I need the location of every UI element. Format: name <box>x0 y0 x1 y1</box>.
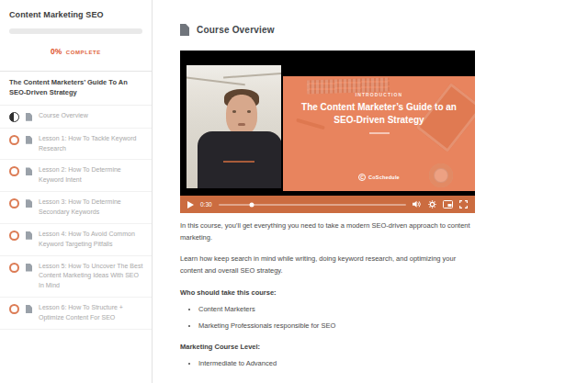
course-section: Marketing Course Level: Intermediate to … <box>180 343 475 369</box>
lesson-label: Course Overview <box>39 111 88 121</box>
status-not-started-icon <box>9 135 19 145</box>
decorative-ceiling-line <box>223 73 281 78</box>
document-icon <box>26 167 32 175</box>
volume-icon[interactable] <box>413 200 422 208</box>
presenter-shirt <box>198 131 281 188</box>
slide-divider <box>369 132 390 134</box>
bullet-item: Marketing Professionals responsible for … <box>198 321 475 332</box>
presenter-mouth <box>238 123 245 126</box>
lesson-list: Course Overview Lesson 1: How To Tackle … <box>0 106 152 330</box>
lesson-label: Lesson 1: How To Tackle Keyword Research <box>39 134 144 154</box>
page-title: Course Overview <box>197 25 275 35</box>
course-progress-bar <box>9 28 142 34</box>
lesson-item[interactable]: Lesson 2: How To Determine Keyword Inten… <box>0 160 152 192</box>
course-section: Who should take this course: Content Mar… <box>180 288 475 332</box>
main-content: Course Overview <box>153 0 588 383</box>
shirt-text-decoration <box>223 161 254 163</box>
course-description: In this course, you’ll get everything yo… <box>180 220 475 368</box>
lesson-item[interactable]: Lesson 1: How To Tackle Keyword Research <box>0 129 152 161</box>
progress-caption: COMPLETE <box>66 50 101 55</box>
lesson-item[interactable]: Lesson 3: How To Determine Secondary Key… <box>0 192 152 224</box>
lesson-item[interactable]: Lesson 4: How To Avoid Common Keyword Ta… <box>0 224 152 256</box>
status-not-started-icon <box>9 198 19 208</box>
slide-kicker: INTRODUCTION <box>283 92 475 97</box>
course-section-title: The Content Marketers’ Guide To An SEO-D… <box>0 71 152 106</box>
bullet-item: Content Marketers <box>198 305 475 315</box>
video-controls: 0:30 <box>180 196 475 213</box>
section-heading: Who should take this course: <box>180 288 475 297</box>
settings-gear-icon[interactable] <box>428 200 436 208</box>
decorative-ceiling-line <box>187 76 245 85</box>
picture-in-picture-icon[interactable] <box>443 200 453 208</box>
document-icon <box>26 231 32 240</box>
course-title: Content Marketing SEO <box>9 10 142 19</box>
presenter-face <box>226 95 257 135</box>
lesson-item[interactable]: Course Overview <box>0 106 152 129</box>
lesson-label: Lesson 2: How To Determine Keyword Inten… <box>39 165 144 186</box>
status-not-started-icon <box>9 304 19 314</box>
document-icon <box>26 264 32 272</box>
lesson-label: Lesson 3: How To Determine Secondary Key… <box>39 197 144 218</box>
intro-slide: INTRODUCTION The Content Marketer’s Guid… <box>283 76 475 191</box>
bullet-list: Content MarketersMarketing Professionals… <box>180 305 475 332</box>
document-icon <box>26 136 32 144</box>
document-icon <box>180 24 189 36</box>
bullet-item: Intermediate to Advanced <box>198 359 475 369</box>
progress-text: 0% COMPLETE <box>9 41 142 58</box>
brand-logo: C CoSchedule <box>283 174 475 181</box>
status-not-started-icon <box>9 166 19 176</box>
document-icon <box>26 305 32 313</box>
intro-paragraph: In this course, you’ll get everything yo… <box>180 220 475 243</box>
document-icon <box>26 113 32 121</box>
sidebar-header: Content Marketing SEO 0% COMPLETE <box>0 0 152 71</box>
presenter-eye <box>247 110 251 113</box>
intro-paragraph: Learn how keep search in mind while writ… <box>180 253 475 276</box>
course-sections: Who should take this course: Content Mar… <box>180 288 475 369</box>
play-icon[interactable] <box>187 201 194 208</box>
status-not-started-icon <box>9 231 19 241</box>
video-stage[interactable]: INTRODUCTION The Content Marketer’s Guid… <box>180 51 475 196</box>
slide-title: The Content Marketer’s Guide to an SEO-D… <box>290 101 468 126</box>
seek-bar[interactable] <box>219 204 406 206</box>
presenter-eye <box>232 110 236 113</box>
section-heading: Marketing Course Level: <box>180 343 475 351</box>
seek-handle[interactable] <box>250 202 254 207</box>
brand-name: CoSchedule <box>368 175 400 180</box>
coschedule-logo-icon: C <box>358 174 366 181</box>
bullet-list: Intermediate to Advanced <box>180 359 475 369</box>
status-not-started-icon <box>9 263 19 273</box>
lesson-item[interactable]: Lesson 5: How To Uncover The Best Conten… <box>0 256 152 299</box>
lesson-label: Lesson 4: How To Avoid Common Keyword Ta… <box>39 230 144 250</box>
page-heading: Course Overview <box>180 24 588 36</box>
time-display: 0:30 <box>200 201 212 208</box>
lesson-label: Lesson 6: How To Structure + Optimize Co… <box>39 303 144 323</box>
video-player: INTRODUCTION The Content Marketer’s Guid… <box>180 51 475 213</box>
document-icon <box>26 199 32 208</box>
fullscreen-icon[interactable] <box>459 200 468 208</box>
lesson-item[interactable]: Lesson 6: How To Structure + Optimize Co… <box>0 298 152 330</box>
presenter-webcam <box>187 65 281 188</box>
status-in-progress-icon <box>9 112 19 122</box>
lesson-label: Lesson 5: How To Uncover The Best Conten… <box>39 262 144 292</box>
progress-percent: 0% <box>51 47 62 56</box>
course-sidebar: Content Marketing SEO 0% COMPLETE The Co… <box>0 0 153 383</box>
